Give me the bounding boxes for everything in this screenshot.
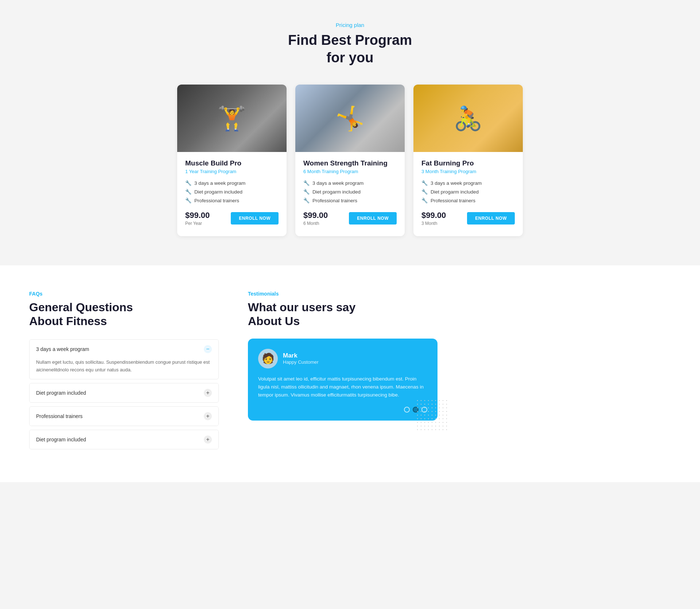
feature-icon: 🔧: [421, 189, 428, 195]
faq-question-text: Diet program included: [36, 437, 86, 442]
testimonial-role: Happy Customer: [283, 359, 319, 365]
card-body: Women Strength Training 6 Month Training…: [295, 152, 405, 203]
testimonial-name: Mark: [283, 352, 319, 359]
card-body: Muscle Build Pro 1 Year Training Program…: [177, 152, 287, 203]
faq-item: 3 days a week program − Nullam eget luct…: [29, 339, 219, 380]
faq-toggle-icon[interactable]: −: [204, 345, 212, 353]
feature-text: 3 days a week program: [431, 180, 482, 186]
card-price: $99.00: [421, 211, 446, 220]
card-image: [295, 85, 405, 152]
feature-item: 🔧 Professional trainers: [185, 198, 279, 203]
bottom-section: FAQs General Questions About Fitness 3 d…: [0, 265, 700, 482]
card-body: Fat Burning Pro 3 Month Training Program…: [413, 152, 523, 203]
testimonials-label: Testimonials: [248, 291, 438, 297]
enroll-button[interactable]: ENROLL NOW: [467, 212, 515, 225]
faq-title: General Questions About Fitness: [29, 300, 219, 328]
feature-item: 🔧 3 days a week program: [185, 180, 279, 186]
feature-text: Professional trainers: [431, 198, 475, 203]
pricing-card-muscle-build: Muscle Build Pro 1 Year Training Program…: [177, 85, 287, 236]
card-period: Per Year: [185, 221, 210, 226]
card-footer: $99.00 3 Month ENROLL NOW: [413, 211, 523, 226]
feature-icon: 🔧: [185, 180, 191, 186]
feature-icon: 🔧: [303, 189, 310, 195]
pricing-card-fat-burning: Fat Burning Pro 3 Month Training Program…: [413, 85, 523, 236]
faq-question[interactable]: Diet program included +: [30, 430, 218, 449]
card-price: $99.00: [185, 211, 210, 220]
enroll-button[interactable]: ENROLL NOW: [349, 212, 397, 225]
card-name: Muscle Build Pro: [185, 159, 279, 167]
feature-icon: 🔧: [421, 180, 428, 186]
testimonials-title-line2: About Us: [248, 315, 300, 328]
feature-icon: 🔧: [185, 198, 191, 203]
feature-icon: 🔧: [303, 198, 310, 203]
decorative-dots: [416, 399, 448, 432]
faq-item: Professional trainers +: [29, 406, 219, 426]
feature-text: Diet progarm included: [312, 189, 361, 195]
faq-question[interactable]: Diet program included +: [30, 383, 218, 402]
faq-column: FAQs General Questions About Fitness 3 d…: [29, 291, 219, 453]
feature-text: 3 days a week program: [194, 180, 245, 186]
feature-text: 3 days a week program: [312, 180, 363, 186]
cards-row: Muscle Build Pro 1 Year Training Program…: [7, 85, 693, 236]
faq-title-line1: General Questions: [29, 301, 133, 314]
pricing-title-line2: for you: [327, 50, 374, 65]
card-duration: 3 Month Training Program: [421, 169, 515, 174]
card-features: 🔧 3 days a week program 🔧 Diet progarm i…: [421, 180, 515, 203]
pricing-section: Pricing plan Find Best Program for you M…: [0, 0, 700, 265]
faq-item: Diet program included +: [29, 383, 219, 403]
card-features: 🔧 3 days a week program 🔧 Diet progarm i…: [303, 180, 397, 203]
faq-question-text: Professional trainers: [36, 413, 83, 419]
faq-question-text: Diet program included: [36, 390, 86, 396]
card-image: [177, 85, 287, 152]
card-image: [413, 85, 523, 152]
card-period: 3 Month: [421, 221, 446, 226]
card-duration: 6 Month Training Program: [303, 169, 397, 174]
testimonials-title-line1: What our users say: [248, 301, 355, 314]
faq-list: 3 days a week program − Nullam eget luct…: [29, 339, 219, 450]
testimonial-card: 🧑 Mark Happy Customer Volutpat sit amet …: [248, 339, 438, 421]
card-duration: 1 Year Training Program: [185, 169, 279, 174]
avatar: 🧑: [258, 349, 278, 368]
testimonial-column: Testimonials What our users say About Us…: [248, 291, 438, 453]
card-name: Women Strength Training: [303, 159, 397, 167]
pricing-card-women-strength: Women Strength Training 6 Month Training…: [295, 85, 405, 236]
card-name: Fat Burning Pro: [421, 159, 515, 167]
card-period: 6 Month: [303, 221, 328, 226]
feature-item: 🔧 Professional trainers: [303, 198, 397, 203]
feature-item: 🔧 Diet progarm included: [421, 189, 515, 195]
testimonials-title: What our users say About Us: [248, 300, 438, 328]
feature-item: 🔧 3 days a week program: [421, 180, 515, 186]
feature-icon: 🔧: [303, 180, 310, 186]
faq-toggle-icon[interactable]: +: [204, 389, 212, 397]
faq-item: Diet program included +: [29, 430, 219, 449]
card-price: $99.00: [303, 211, 328, 220]
feature-text: Diet progarm included: [431, 189, 479, 195]
faq-toggle-icon[interactable]: +: [204, 436, 212, 444]
faq-toggle-icon[interactable]: +: [204, 412, 212, 420]
card-footer: $99.00 6 Month ENROLL NOW: [295, 211, 405, 226]
faq-question-text: 3 days a week program: [36, 346, 89, 352]
pricing-title-line1: Find Best Program: [288, 32, 412, 48]
testimonial-user: 🧑 Mark Happy Customer: [258, 349, 427, 368]
faq-question[interactable]: 3 days a week program −: [30, 340, 218, 359]
feature-text: Professional trainers: [312, 198, 357, 203]
faq-question[interactable]: Professional trainers +: [30, 407, 218, 426]
card-features: 🔧 3 days a week program 🔧 Diet progarm i…: [185, 180, 279, 203]
card-footer: $99.00 Per Year ENROLL NOW: [177, 211, 287, 226]
feature-text: Diet progarm included: [194, 189, 242, 195]
feature-icon: 🔧: [185, 189, 191, 195]
faq-label: FAQs: [29, 291, 219, 297]
testimonial-dots: [258, 407, 427, 413]
feature-item: 🔧 Diet progarm included: [303, 189, 397, 195]
testimonial-dot[interactable]: [404, 407, 410, 413]
pricing-label: Pricing plan: [7, 22, 693, 28]
feature-text: Professional trainers: [194, 198, 239, 203]
pricing-title: Find Best Program for you: [7, 32, 693, 66]
feature-item: 🔧 3 days a week program: [303, 180, 397, 186]
faq-title-line2: About Fitness: [29, 315, 107, 328]
feature-item: 🔧 Diet progarm included: [185, 189, 279, 195]
feature-item: 🔧 Professional trainers: [421, 198, 515, 203]
faq-answer: Nullam eget luctu, quis sollicitau. Susp…: [30, 359, 218, 379]
enroll-button[interactable]: ENROLL NOW: [231, 212, 279, 225]
testimonial-quote: Volutpat sit amet leo id, efficitur matt…: [258, 375, 427, 399]
